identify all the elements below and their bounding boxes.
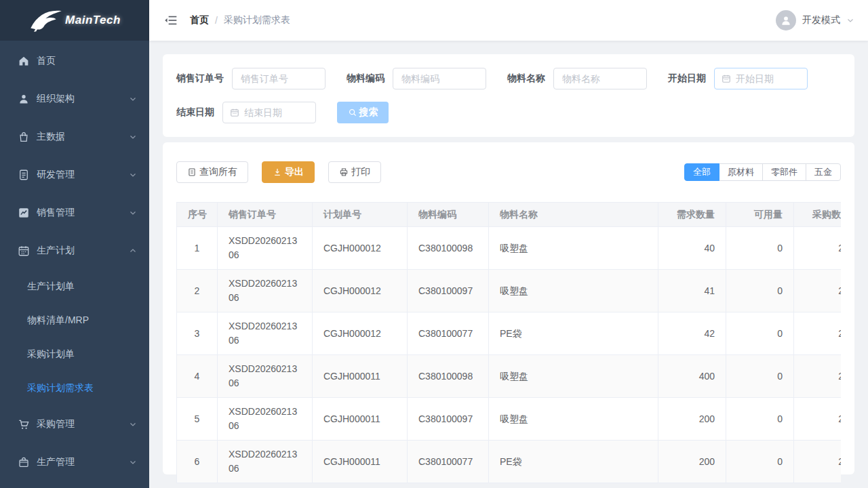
box-icon <box>18 456 30 468</box>
table-cell: XSDD2026021306 <box>218 355 313 398</box>
table-cell: 吸塑盘 <box>489 355 658 398</box>
chevron-down-icon <box>129 171 137 179</box>
end-date-input[interactable] <box>244 107 309 118</box>
download-icon <box>273 167 282 177</box>
export-button[interactable]: 导出 <box>262 161 315 183</box>
table-row: 2XSDD2026021306CGJH000012C380100097吸塑盘41… <box>177 270 842 312</box>
sidebar-item-sales-management[interactable]: 销售管理 <box>0 194 149 232</box>
table-cell: 2 <box>177 270 218 312</box>
breadcrumb: 首页 / 采购计划需求表 <box>190 14 290 26</box>
sidebar-item-purchase-management[interactable]: 采购管理 <box>0 405 149 443</box>
chevron-down-icon <box>846 16 854 24</box>
sidebar-item-label: 生产管理 <box>37 456 129 468</box>
table-cell: 2 <box>794 398 842 441</box>
print-button[interactable]: 打印 <box>328 161 381 183</box>
filter-label-material-code: 物料编码 <box>347 73 384 85</box>
search-button-label: 搜索 <box>359 106 378 119</box>
breadcrumb-home-link[interactable]: 首页 <box>190 14 209 26</box>
column-header: 物料编码 <box>408 203 489 227</box>
collapse-sidebar-button[interactable] <box>164 14 178 27</box>
document-icon <box>18 169 30 181</box>
table-cell: 1 <box>177 227 218 270</box>
column-header: 销售订单号 <box>218 203 313 227</box>
table-cell: CGJH000012 <box>313 270 408 312</box>
sidebar-item-label: 销售管理 <box>37 207 129 219</box>
tab-hardware[interactable]: 五金 <box>806 163 841 181</box>
sidebar-item-organization[interactable]: 组织架构 <box>0 80 149 118</box>
table-row: 6XSDD2026021306CGJH000011C380100077PE袋20… <box>177 441 842 483</box>
table-scroll-area[interactable]: 序号销售订单号计划单号物料编码物料名称需求数量可用量采购数量 1XSDD2026… <box>176 202 841 483</box>
sidebar-item-label: 研发管理 <box>37 169 129 181</box>
table-cell: C380100098 <box>408 355 489 398</box>
bag-icon <box>18 131 30 143</box>
table-cell: XSDD2026021306 <box>218 227 313 270</box>
material-code-input[interactable] <box>393 68 486 89</box>
filter-panel: 销售订单号物料编码物料名称开始日期结束日期搜索 <box>163 54 854 137</box>
tab-raw-material[interactable]: 原材料 <box>719 163 763 181</box>
sidebar-subitem-purchase-plan-order[interactable]: 采购计划单 <box>0 338 149 371</box>
filter-field-start-date: 开始日期 <box>668 68 808 89</box>
calendar-icon <box>722 74 731 83</box>
table-cell: PE袋 <box>489 312 658 355</box>
user-menu[interactable]: 开发模式 <box>776 10 854 30</box>
sidebar-subitem-production-plan-order[interactable]: 生产计划单 <box>0 270 149 304</box>
table-cell: XSDD2026021306 <box>218 398 313 441</box>
sidebar-item-production-plan[interactable]: 生产计划 <box>0 232 149 270</box>
material-name-input[interactable] <box>553 68 647 89</box>
chevron-down-icon <box>129 420 137 428</box>
tab-all[interactable]: 全部 <box>684 163 719 181</box>
cart-icon <box>18 418 30 430</box>
chevron-down-icon <box>129 133 137 141</box>
tab-parts[interactable]: 零部件 <box>762 163 806 181</box>
filter-field-sales-order-no: 销售订单号 <box>176 68 326 89</box>
start-date-input[interactable] <box>736 73 800 84</box>
column-header: 可用量 <box>726 203 794 227</box>
table-cell: 200 <box>658 398 726 441</box>
topbar: 首页 / 采购计划需求表 开发模式 <box>149 0 868 41</box>
sidebar-item-master-data[interactable]: 主数据 <box>0 118 149 156</box>
filter-label-material-name: 物料名称 <box>507 73 545 85</box>
table-cell: 吸塑盘 <box>489 398 658 441</box>
table-cell: 2 <box>794 441 842 483</box>
column-header: 需求数量 <box>658 203 726 227</box>
search-button[interactable]: 搜索 <box>337 102 389 123</box>
table-cell: 2 <box>794 270 842 312</box>
brand-swoosh-icon <box>28 8 64 33</box>
table-cell: 0 <box>726 312 794 355</box>
avatar <box>776 10 796 30</box>
table-cell: CGJH000011 <box>313 355 408 398</box>
sidebar-item-production-management[interactable]: 生产管理 <box>0 443 149 481</box>
app-root: MainTech 首页组织架构主数据研发管理销售管理生产计划生产计划单物料清单/… <box>0 0 868 488</box>
sidebar-subitem-purchase-plan-demand[interactable]: 采购计划需求表 <box>0 371 149 405</box>
filter-label-sales-order-no: 销售订单号 <box>176 73 224 85</box>
table-cell: 400 <box>658 355 726 398</box>
table-cell: 3 <box>177 312 218 355</box>
sales-order-no-input[interactable] <box>232 68 326 89</box>
sidebar-item-rd-management[interactable]: 研发管理 <box>0 156 149 194</box>
table-cell: 吸塑盘 <box>489 227 658 270</box>
query-all-button[interactable]: 查询所有 <box>176 161 248 183</box>
table-cell: C380100098 <box>408 227 489 270</box>
sidebar-item-label: 生产计划 <box>37 245 129 257</box>
table-row: 1XSDD2026021306CGJH000012C380100098吸塑盘40… <box>177 227 842 270</box>
brand-logo: MainTech <box>0 0 149 41</box>
table-panel: 查询所有 导出 打印 全部原材料零部件五金 <box>163 142 854 474</box>
material-type-tabs: 全部原材料零部件五金 <box>684 163 841 181</box>
table-cell: C380100077 <box>408 441 489 483</box>
table-row: 4XSDD2026021306CGJH000011C380100098吸塑盘40… <box>177 355 842 398</box>
table-cell: XSDD2026021306 <box>218 270 313 312</box>
person-icon <box>780 14 792 26</box>
sidebar-item-home[interactable]: 首页 <box>0 42 149 80</box>
table-toolbar: 查询所有 导出 打印 全部原材料零部件五金 <box>176 161 841 183</box>
table-cell: CGJH000012 <box>313 312 408 355</box>
table-cell: CGJH000012 <box>313 227 408 270</box>
sidebar-item-label: 首页 <box>37 55 137 67</box>
table-cell: 42 <box>658 312 726 355</box>
table-cell: PE袋 <box>489 441 658 483</box>
sidebar-subitem-bom-mrp[interactable]: 物料清单/MRP <box>0 304 149 338</box>
start-date-input-box <box>714 68 808 89</box>
table-cell: 0 <box>726 270 794 312</box>
chevron-down-icon <box>129 458 137 466</box>
column-header: 物料名称 <box>489 203 658 227</box>
table-cell: 0 <box>726 227 794 270</box>
